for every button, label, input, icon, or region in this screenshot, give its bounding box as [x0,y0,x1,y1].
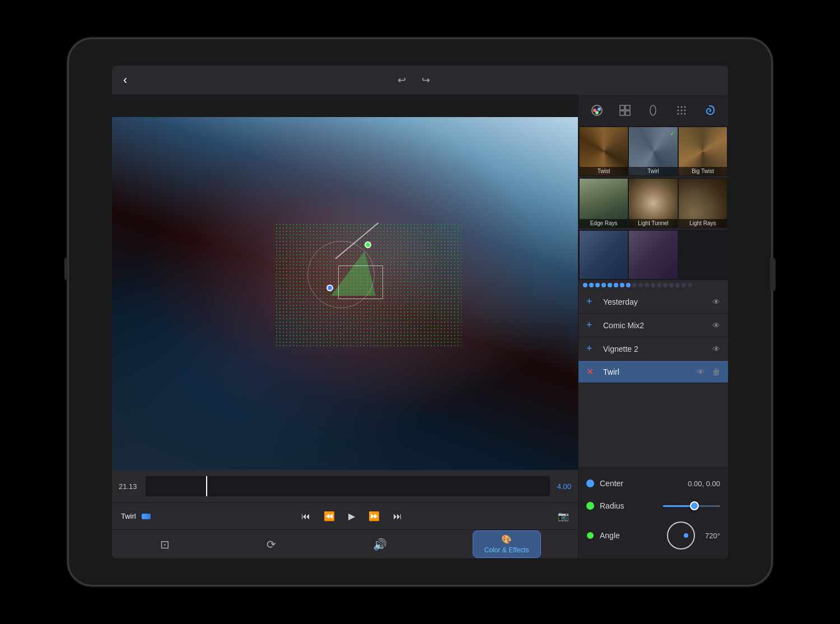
dot-2[interactable] [589,283,594,287]
swirl-category-button[interactable] [699,100,720,120]
dot-4[interactable] [601,283,606,287]
dot-13[interactable] [657,283,661,287]
transform-tool-button[interactable]: ⟳ [255,534,287,555]
svg-point-16 [680,113,682,115]
comicmix2-visibility-button[interactable]: 👁 [712,321,720,330]
center-dot [586,479,594,487]
timeline-area: 21.13 4.00 [112,470,578,502]
grid-category-button[interactable] [615,100,635,120]
right-panel: Twist ✓ Twirl Big Twist [578,95,728,558]
effect-twirl[interactable]: ✕ Twirl 👁 🗑 [578,361,728,383]
transport-bar: Twirl ⏮ ⏪ ▶ ⏩ ⏭ 📷 [112,502,578,529]
twirl-label: Twirl [603,367,691,376]
thumb-lighttunnel[interactable]: Light Tunnel [629,179,677,227]
svg-point-12 [677,110,679,111]
effects-tool-button[interactable]: 🎨 Color & Effects [473,530,541,558]
color-category-button[interactable] [587,100,607,120]
thumb-lightrays[interactable]: Light Rays [679,179,727,227]
svg-point-14 [684,110,685,111]
thumb-bigtwist[interactable]: Big Twist [679,127,727,175]
dot-18[interactable] [688,283,692,287]
effect-comicmix2[interactable]: + Comic Mix2 👁 [578,314,728,337]
angle-dial[interactable] [667,521,695,550]
volume-button[interactable] [64,258,68,280]
audio-tool-button[interactable]: 🔊 [362,534,398,555]
yesterday-visibility-button[interactable]: 👁 [712,297,720,306]
dot-6[interactable] [614,283,618,287]
thumb-twist[interactable]: Twist [580,127,628,175]
fast-forward-button[interactable]: ⏩ [363,509,385,524]
thumb-r3a[interactable] [580,231,628,279]
add-comicmix2-button[interactable]: + [586,319,598,331]
video-top-spacer [112,95,578,117]
vignette2-visibility-button[interactable]: 👁 [712,344,720,353]
dot-5[interactable] [608,283,612,287]
skip-end-button[interactable]: ⏭ [388,509,408,524]
thumb-twirl-check: ✓ [670,129,675,137]
dot-16[interactable] [675,283,680,287]
yesterday-label: Yesterday [603,297,707,306]
dot-9[interactable] [632,283,637,287]
dot-12[interactable] [651,283,655,287]
timecode-start: 21.13 [119,482,141,491]
timeline-bar[interactable] [146,476,550,496]
dot-1[interactable] [583,283,587,287]
add-yesterday-button[interactable]: + [586,296,598,308]
thumb-lightrays-label: Light Rays [679,219,727,227]
twirl-visibility-button[interactable]: 👁 [697,367,704,376]
thumb-edgerays[interactable]: Edge Rays [580,179,628,227]
effects-label: Color & Effects [484,546,529,554]
thumb-bigtwist-label: Big Twist [679,167,727,175]
center-param-row: Center 0.00, 0.00 [578,472,728,495]
thumb-twirl-label: Twirl [629,167,677,175]
skip-start-button[interactable]: ⏮ [296,509,316,524]
undo-button[interactable]: ↩ [398,74,406,86]
dot-11[interactable] [645,283,649,287]
back-button[interactable]: ‹ [123,73,127,87]
thumbnails-row1: Twist ✓ Twirl Big Twist [578,126,728,176]
pagination-dots [578,280,728,290]
angle-label: Angle [600,531,661,540]
dot-3[interactable] [595,283,600,287]
audio-icon: 🔊 [373,538,387,551]
dot-7[interactable] [620,283,624,287]
effects-icon: 🎨 [501,534,512,544]
svg-point-13 [680,110,682,111]
add-vignette2-button[interactable]: + [586,343,598,355]
playhead[interactable] [206,476,207,496]
remove-twirl-button[interactable]: ✕ [586,366,598,377]
thumb-r3b[interactable] [629,231,677,279]
video-container[interactable] [112,117,578,470]
radius-dot [586,502,594,510]
rewind-button[interactable]: ⏪ [318,509,340,524]
redo-button[interactable]: ↪ [422,74,430,86]
layer-preview-icon [142,514,151,519]
blue-control-point[interactable] [326,285,333,291]
play-button[interactable]: ▶ [343,509,361,524]
power-button[interactable] [770,258,776,291]
effects-list: + Yesterday 👁 + Comic Mix2 👁 + Vignette … [578,290,728,467]
angle-param-row: Angle 720° [578,517,728,554]
noise-category-button[interactable] [671,100,692,120]
crop-tool-button[interactable]: ⊡ [149,534,181,555]
effect-vignette2[interactable]: + Vignette 2 👁 [578,337,728,361]
twirl-delete-button[interactable]: 🗑 [712,367,720,376]
svg-point-11 [684,106,685,108]
dot-8[interactable] [626,283,631,287]
radius-thumb[interactable] [690,501,699,510]
thumb-edgerays-label: Edge Rays [580,219,628,227]
thumbnails-row3 [578,230,728,280]
effect-yesterday[interactable]: + Yesterday 👁 [578,290,728,314]
svg-point-10 [680,106,682,108]
dot-15[interactable] [669,283,674,287]
dot-17[interactable] [682,283,686,287]
dot-10[interactable] [638,283,643,287]
dot-14[interactable] [663,283,668,287]
svg-rect-5 [626,105,630,110]
screenshot-button[interactable]: 📷 [558,511,569,521]
svg-point-8 [650,105,656,115]
radius-slider[interactable] [663,500,721,511]
thumb-twirl[interactable]: ✓ Twirl [629,127,677,175]
distort-category-button[interactable] [643,100,663,120]
bottom-toolbar: ⊡ ⟳ 🔊 🎨 Color & Effects [112,529,578,558]
